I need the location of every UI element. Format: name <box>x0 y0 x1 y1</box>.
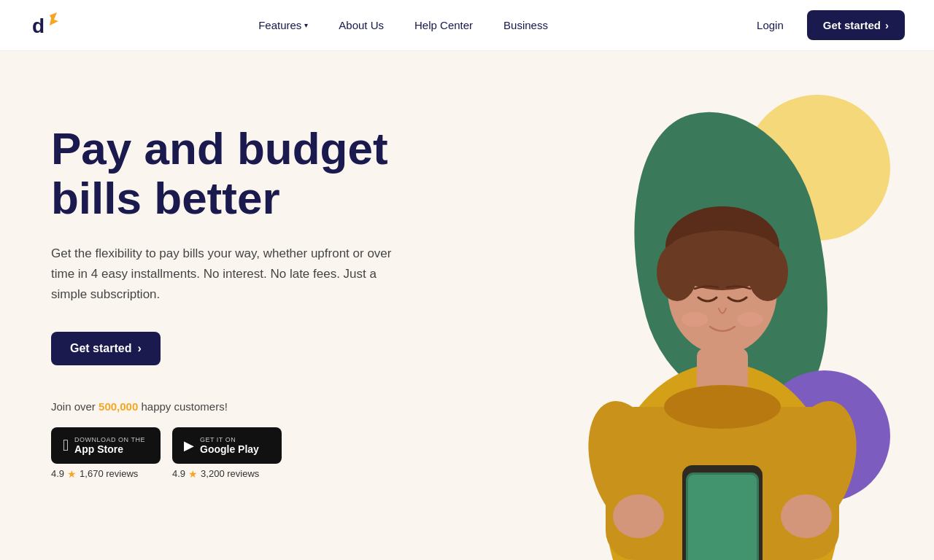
svg-point-7 <box>613 494 664 538</box>
google-play-wrap: ▶ GET IT ON Google Play 4.9 ★ 3,200 revi… <box>172 427 282 480</box>
google-play-small-text: GET IT ON <box>200 436 259 443</box>
google-play-big-text: Google Play <box>200 443 259 455</box>
svg-point-4 <box>664 385 781 429</box>
nav-right: Login Get started › <box>745 10 905 40</box>
app-store-big-text: App Store <box>74 443 145 455</box>
star-icon-google: ★ <box>188 468 198 480</box>
svg-text:d: d <box>32 15 45 37</box>
google-play-icon: ▶ <box>184 438 194 454</box>
features-label: Features <box>258 19 301 31</box>
nav-get-started-button[interactable]: Get started › <box>807 10 905 40</box>
google-play-badge[interactable]: ▶ GET IT ON Google Play <box>172 427 282 464</box>
svg-rect-11 <box>688 475 757 560</box>
app-store-wrap:  Download on the App Store 4.9 ★ 1,670 … <box>51 427 161 480</box>
deferit-logo: d <box>29 9 61 42</box>
hero-subtitle: Get the flexibility to pay bills your wa… <box>51 244 409 305</box>
logo-link[interactable]: d <box>29 9 61 42</box>
google-play-rating-value: 4.9 <box>172 468 185 479</box>
help-label: Help Center <box>414 19 473 31</box>
chevron-down-icon: ▾ <box>304 21 308 29</box>
nav-features[interactable]: Features ▾ <box>247 13 320 37</box>
app-store-badge[interactable]:  Download on the App Store <box>51 427 161 464</box>
about-label: About Us <box>339 19 384 31</box>
svg-point-15 <box>657 243 698 301</box>
person-illustration <box>569 130 876 560</box>
svg-point-8 <box>781 494 832 538</box>
nav-about[interactable]: About Us <box>327 13 395 37</box>
store-badges:  Download on the App Store 4.9 ★ 1,670 … <box>51 427 409 480</box>
hero-title: Pay and budget bills better <box>51 124 409 223</box>
apple-icon:  <box>63 436 69 455</box>
star-icon: ★ <box>67 468 77 480</box>
hero-image-area <box>460 51 934 560</box>
app-store-rating-value: 4.9 <box>51 468 64 479</box>
arrow-icon: › <box>885 19 889 31</box>
hero-section: Pay and budget bills better Get the flex… <box>0 51 934 560</box>
hero-get-started-button[interactable]: Get started › <box>51 332 161 365</box>
business-label: Business <box>503 19 548 31</box>
login-button[interactable]: Login <box>745 13 795 37</box>
nav-business[interactable]: Business <box>492 13 560 37</box>
app-store-rating: 4.9 ★ 1,670 reviews <box>51 468 138 480</box>
nav-links: Features ▾ About Us Help Center Business <box>247 13 560 37</box>
hero-content: Pay and budget bills better Get the flex… <box>51 95 409 480</box>
svg-point-16 <box>747 243 788 301</box>
customers-count: 500,000 <box>99 400 138 413</box>
hero-person <box>569 130 876 560</box>
nav-help[interactable]: Help Center <box>403 13 485 37</box>
cta-arrow-icon: › <box>137 342 141 355</box>
customers-line: Join over 500,000 happy customers! <box>51 400 409 413</box>
app-store-small-text: Download on the <box>74 436 145 443</box>
navbar: d Features ▾ About Us Help Center Busine… <box>0 0 934 51</box>
google-play-rating: 4.9 ★ 3,200 reviews <box>172 468 259 480</box>
svg-point-18 <box>737 312 763 327</box>
google-play-reviews: 3,200 reviews <box>201 468 259 479</box>
app-store-reviews: 1,670 reviews <box>80 468 138 479</box>
svg-point-17 <box>682 312 708 327</box>
